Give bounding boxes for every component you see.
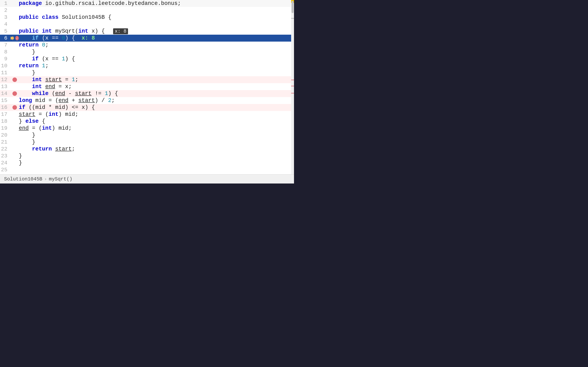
breadcrumb-class: Solution1045B (4, 176, 42, 182)
breadcrumb-separator: › (44, 177, 47, 182)
code-line-8[interactable]: 8 } (0, 49, 294, 55)
line-number-24: 24 (0, 160, 11, 166)
code-line-19[interactable]: 19end = (int) mid; (0, 125, 294, 132)
status-bar: Solution1045B › mySqrt() (0, 174, 294, 184)
line-number-19: 19 (0, 125, 11, 131)
line-number-22: 22 (0, 146, 11, 152)
code-line-21[interactable]: 21 } (0, 139, 294, 146)
line-content-24: } (19, 159, 286, 166)
line-content-20: } (19, 132, 286, 139)
code-line-24[interactable]: 24} (0, 159, 294, 166)
code-line-16[interactable]: 16if ((mid * mid) <= x) { (0, 104, 294, 111)
line-content-10: return 1; (19, 62, 286, 69)
line-number-21: 21 (0, 139, 11, 145)
code-container: 1package io.github.rscai.leetcode.byteda… (0, 0, 294, 174)
line-content-12: int start = 1; (19, 76, 286, 83)
code-line-12[interactable]: 12 int start = 1; (0, 76, 294, 83)
line-content-8: } (19, 49, 286, 55)
code-line-4[interactable]: 4 (0, 21, 294, 28)
line-content-13: int end = x; (19, 83, 286, 90)
line-content-15: long mid = (end + start) / 2; (19, 97, 286, 104)
scroll-marker-bp-1 (291, 80, 294, 80)
scroll-marker-line-1 (291, 18, 294, 19)
breakpoint-check-icon[interactable] (15, 36, 19, 40)
line-number-11: 11 (0, 70, 11, 76)
code-line-10[interactable]: 10return 1; (0, 62, 294, 69)
line-content-9: if (x == 1) { (19, 55, 286, 62)
scrollbar-thumb[interactable] (292, 1, 294, 13)
scroll-marker-bp-3 (291, 93, 294, 94)
code-line-9[interactable]: 9 if (x == 1) { (0, 55, 294, 62)
code-line-17[interactable]: 17start = (int) mid; (0, 111, 294, 118)
code-line-3[interactable]: 3public class Solution1045B { (0, 14, 294, 21)
line-content-17: start = (int) mid; (19, 111, 286, 118)
line-gutter-12[interactable] (11, 77, 19, 82)
code-line-6[interactable]: 6 if (x == 0) { x: 8 (0, 35, 294, 42)
scroll-marker-bp-2 (291, 86, 294, 86)
scrollbar-track[interactable] (291, 0, 294, 174)
line-number-14: 14 (0, 91, 11, 97)
line-content-14: while (end - start != 1) { (19, 90, 286, 97)
line-gutter-14[interactable] (11, 91, 19, 96)
line-number-2: 2 (0, 7, 11, 13)
code-line-1[interactable]: 1package io.github.rscai.leetcode.byteda… (0, 0, 294, 7)
line-number-1: 1 (0, 0, 11, 7)
line-number-17: 17 (0, 111, 11, 117)
code-line-25[interactable]: 25 (0, 166, 294, 173)
debug-arrow-icon (11, 36, 14, 40)
line-content-6: if (x == 0) { x: 8 (19, 35, 286, 42)
line-number-23: 23 (0, 153, 11, 159)
line-number-15: 15 (0, 98, 11, 104)
line-number-6: 6 (0, 35, 11, 41)
line-number-13: 13 (0, 83, 11, 90)
line-number-3: 3 (0, 14, 11, 20)
code-line-18[interactable]: 18} else { (0, 118, 294, 125)
line-content-3: public class Solution1045B { (19, 14, 286, 21)
line-number-10: 10 (0, 63, 11, 69)
breakpoint-icon[interactable] (12, 105, 17, 110)
line-gutter-16[interactable] (11, 105, 19, 110)
line-number-8: 8 (0, 49, 11, 55)
breadcrumb-method: mySqrt() (49, 176, 72, 182)
line-gutter-6[interactable] (11, 36, 19, 40)
line-content-19: end = (int) mid; (19, 125, 286, 132)
line-content-7: return 0; (19, 42, 286, 49)
code-line-15[interactable]: 15long mid = (end + start) / 2; (0, 97, 294, 104)
line-number-18: 18 (0, 118, 11, 124)
code-line-20[interactable]: 20 } (0, 132, 294, 139)
breakpoint-icon[interactable] (12, 77, 17, 82)
line-number-7: 7 (0, 42, 11, 48)
code-editor: 1package io.github.rscai.leetcode.byteda… (0, 0, 294, 174)
line-content-16: if ((mid * mid) <= x) { (19, 104, 286, 111)
line-number-20: 20 (0, 132, 11, 138)
line-content-11: } (19, 69, 286, 76)
line-number-4: 4 (0, 21, 11, 27)
line-number-5: 5 (0, 28, 11, 34)
code-line-11[interactable]: 11 } (0, 69, 294, 76)
code-line-22[interactable]: 22 return start; (0, 146, 294, 152)
line-content-1: package io.github.rscai.leetcode.bytedan… (19, 0, 286, 7)
line-number-12: 12 (0, 77, 11, 83)
line-content-22: return start; (19, 146, 286, 152)
code-line-13[interactable]: 13 int end = x; (0, 83, 294, 90)
line-content-21: } (19, 139, 286, 146)
code-line-14[interactable]: 14 while (end - start != 1) { (0, 90, 294, 97)
code-line-5[interactable]: 5public int mySqrt(int x) { x: 8 (0, 28, 294, 35)
line-number-25: 25 (0, 167, 11, 173)
code-line-2[interactable]: 2 (0, 7, 294, 14)
breakpoint-icon[interactable] (12, 91, 17, 96)
code-line-7[interactable]: 7return 0; (0, 42, 294, 49)
line-number-16: 16 (0, 104, 11, 110)
line-number-9: 9 (0, 56, 11, 62)
line-content-5: public int mySqrt(int x) { x: 8 (19, 28, 286, 35)
breadcrumb: Solution1045B › mySqrt() (4, 176, 72, 182)
line-content-18: } else { (19, 118, 286, 125)
code-line-23[interactable]: 23} (0, 152, 294, 159)
line-content-23: } (19, 152, 286, 159)
